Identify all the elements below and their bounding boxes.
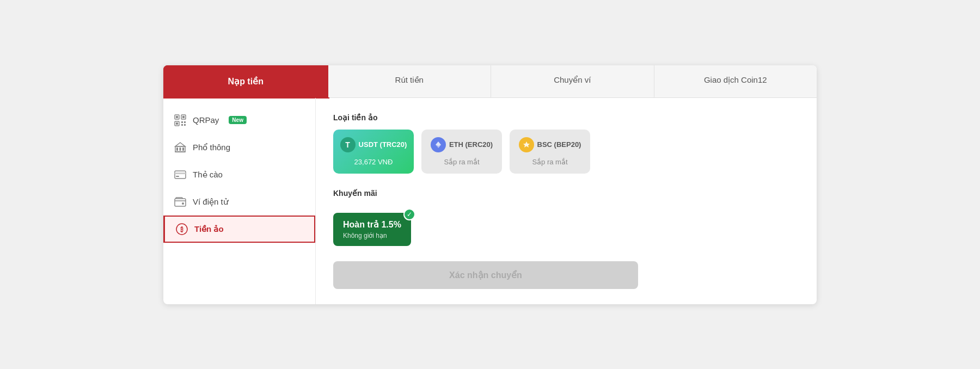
bsc-value: Sắp ra mắt (532, 158, 567, 166)
usdt-value: 23,672 VNĐ (354, 158, 393, 166)
content-area: Loại tiền ảo T USDT (TRC20) 23,672 VNĐ (316, 98, 817, 304)
main-layout: QRPay New Phổ thông (163, 98, 817, 304)
wallet-icon (174, 196, 186, 208)
crypto-card-usdt[interactable]: T USDT (TRC20) 23,672 VNĐ (333, 130, 414, 174)
eth-value: Sắp ra mắt (444, 158, 479, 166)
card-icon (174, 169, 186, 181)
svg-rect-17 (175, 173, 186, 174)
sidebar-item-vi-dien-tu[interactable]: Ví điện tử (163, 188, 315, 216)
svg-rect-12 (180, 147, 181, 151)
crypto-card-top-usdt: T USDT (TRC20) (340, 137, 407, 152)
sidebar-label-vi-dien-tu: Ví điện tử (193, 197, 229, 207)
usdt-name: USDT (TRC20) (359, 140, 407, 149)
svg-rect-7 (184, 121, 186, 123)
svg-rect-18 (176, 176, 179, 177)
bitcoin-icon: ₿ (176, 223, 188, 235)
svg-rect-5 (176, 122, 178, 125)
svg-rect-9 (184, 124, 186, 126)
svg-marker-26 (523, 142, 530, 147)
svg-rect-6 (181, 121, 183, 123)
svg-rect-16 (175, 171, 186, 179)
tab-rut-tien[interactable]: Rút tiền (328, 65, 492, 97)
svg-point-20 (182, 202, 184, 205)
sidebar-label-pho-thong: Phổ thông (193, 143, 230, 152)
crypto-card-top-bsc: BSC (BEP20) (519, 137, 581, 152)
promo-subtitle: Không giới hạn (343, 232, 401, 239)
crypto-card-eth[interactable]: ETH (ERC20) Sắp ra mắt (421, 130, 502, 174)
svg-rect-19 (175, 199, 186, 206)
promo-title: Hoàn trả 1.5% (343, 219, 401, 230)
eth-name: ETH (ERC20) (449, 140, 493, 149)
sidebar-label-the-cao: Thẻ cào (193, 170, 223, 180)
promo-label: Khuyến mãi (333, 189, 377, 198)
sidebar-item-the-cao[interactable]: Thẻ cào (163, 161, 315, 188)
svg-rect-15 (175, 151, 186, 152)
bank-icon (174, 142, 186, 153)
svg-marker-14 (175, 143, 185, 146)
sidebar-item-tien-ao[interactable]: ₿ Tiền ảo (163, 216, 315, 243)
submit-button[interactable]: Xác nhận chuyển (333, 261, 638, 289)
svg-rect-8 (181, 124, 183, 126)
eth-icon (431, 137, 446, 152)
svg-rect-1 (176, 116, 178, 118)
svg-rect-3 (182, 116, 185, 118)
sidebar-item-qrpay[interactable]: QRPay New (163, 107, 315, 134)
bsc-icon (519, 137, 534, 152)
new-badge: New (229, 116, 247, 124)
sidebar-item-pho-thong[interactable]: Phổ thông (163, 134, 315, 161)
svg-rect-11 (176, 147, 178, 151)
tab-chuyen-vi[interactable]: Chuyển ví (491, 65, 654, 97)
usdt-icon: T (340, 137, 356, 152)
promo-checkmark: ✓ (403, 208, 415, 220)
tab-bar: Nạp tiền Rút tiền Chuyển ví Giao dịch Co… (163, 65, 817, 98)
crypto-section-label: Loại tiền ảo (333, 113, 799, 122)
main-container: Nạp tiền Rút tiền Chuyển ví Giao dịch Co… (163, 65, 817, 304)
svg-rect-13 (182, 147, 184, 151)
tab-giao-dich-coin12[interactable]: Giao dịch Coin12 (654, 65, 817, 97)
bsc-name: BSC (BEP20) (537, 140, 581, 149)
qr-icon (174, 114, 186, 126)
promo-section-label: Khuyến mãi (333, 189, 799, 198)
tab-nap-tien[interactable]: Nạp tiền (163, 65, 328, 97)
svg-text:₿: ₿ (180, 226, 183, 232)
sidebar-label-qrpay: QRPay (193, 115, 219, 125)
crypto-options: T USDT (TRC20) 23,672 VNĐ (333, 130, 799, 174)
promo-card[interactable]: ✓ Hoàn trả 1.5% Không giới hạn (333, 213, 411, 246)
crypto-card-bsc[interactable]: BSC (BEP20) Sắp ra mắt (510, 130, 590, 174)
sidebar: QRPay New Phổ thông (163, 98, 316, 304)
crypto-card-top-eth: ETH (ERC20) (431, 137, 493, 152)
sidebar-label-tien-ao: Tiền ảo (194, 224, 224, 234)
